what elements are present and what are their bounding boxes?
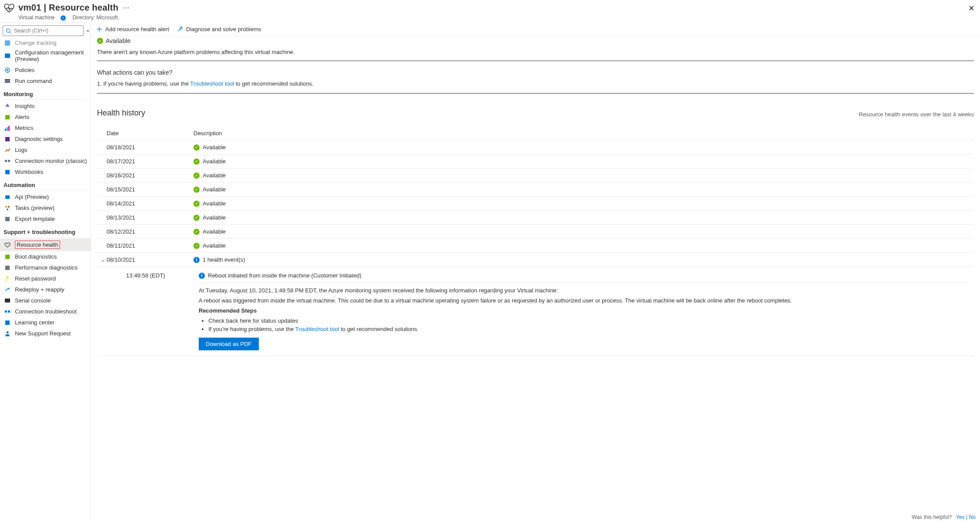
sidebar-item-label: Performance diagnostics	[15, 264, 78, 271]
sidebar-item-performance-diagnostics[interactable]: Performance diagnostics	[0, 262, 90, 273]
toolbar-label: Add resource health alert	[105, 26, 169, 32]
download-pdf-button[interactable]: Download as PDF	[199, 338, 259, 350]
sidebar-item-serial-console[interactable]: Serial console	[0, 295, 90, 306]
svg-rect-11	[8, 126, 10, 131]
sidebar-item-label: Tasks (preview)	[15, 205, 54, 211]
feedback-bar: Was this helpful? Yes | No	[912, 514, 976, 520]
table-row[interactable]: 08/13/2021 ✓Available	[97, 211, 974, 225]
sidebar-item-connection-monitor[interactable]: Connection monitor (classic)	[0, 155, 90, 166]
sidebar-item-label: Api (Preview)	[15, 194, 49, 200]
table-row[interactable]: 08/12/2021 ✓Available	[97, 225, 974, 239]
sidebar-item-learning-center[interactable]: Learning center	[0, 317, 90, 328]
sidebar-item-workbooks[interactable]: Workbooks	[0, 166, 90, 177]
content-scroll[interactable]: ✓ Available There aren't any known Azure…	[91, 36, 980, 522]
history-date: ⌄08/10/2021	[97, 253, 189, 267]
toolbar-label: Diagnose and solve problems	[186, 26, 261, 32]
search-icon	[6, 28, 11, 34]
sidebar-item-metrics[interactable]: Metrics	[0, 122, 90, 133]
feedback-question: Was this helpful?	[912, 514, 952, 520]
sidebar-item-label: Diagnostic settings	[15, 136, 63, 142]
svg-rect-2	[5, 40, 10, 46]
chevron-down-icon[interactable]: ⌄	[100, 256, 107, 263]
recommended-steps-heading: Recommended Steps	[199, 307, 257, 314]
resource-type-label: Virtual machine	[18, 14, 55, 21]
svg-point-19	[7, 209, 8, 210]
info-icon: i	[193, 257, 200, 263]
sidebar-item-logs[interactable]: Logs	[0, 144, 90, 155]
sidebar-item-new-support-request[interactable]: New Support Request	[0, 328, 90, 339]
sidebar-section-automation: Automation	[0, 177, 90, 190]
sidebar-item-reset-password[interactable]: Reset password	[0, 273, 90, 284]
sidebar-item-alerts[interactable]: Alerts	[0, 112, 90, 122]
sidebar-item-boot-diagnostics[interactable]: Boot diagnostics	[0, 251, 90, 262]
sidebar-item-api[interactable]: Api (Preview)	[0, 191, 90, 202]
add-resource-health-alert-button[interactable]: Add resource health alert	[96, 26, 169, 32]
sidebar-nav[interactable]: Change tracking Configuration management…	[0, 39, 90, 522]
search-box[interactable]	[3, 25, 84, 36]
sidebar-item-change-tracking[interactable]: Change tracking	[0, 39, 90, 47]
svg-rect-26	[8, 310, 10, 313]
history-date: 08/11/2021	[97, 239, 189, 253]
sidebar-item-export-template[interactable]: Export template	[0, 213, 90, 224]
more-actions-button[interactable]: ···	[123, 3, 129, 12]
feedback-no-link[interactable]: No	[969, 514, 976, 520]
table-row[interactable]: 08/14/2021 ✓Available	[97, 197, 974, 211]
history-status: Available	[203, 186, 226, 193]
table-row[interactable]: 08/18/2021 ✓Available	[97, 140, 974, 155]
sidebar-item-label: Serial console	[15, 297, 51, 304]
sidebar-item-label: Export template	[15, 216, 55, 222]
sidebar-item-diagnostic-settings[interactable]: Diagnostic settings	[0, 133, 90, 144]
history-range-label: Resource health events over the last 4 w…	[859, 111, 974, 118]
event-paragraph: At Tuesday, August 10, 2021, 1:49:58 PM …	[199, 287, 969, 294]
svg-rect-13	[5, 160, 7, 162]
table-row[interactable]: 08/15/2021 ✓Available	[97, 183, 974, 197]
sidebar-item-insights[interactable]: Insights	[0, 101, 90, 112]
sidebar-item-label: Redeploy + reapply	[15, 286, 64, 293]
history-status: Available	[203, 200, 226, 207]
sidebar-item-label: Learning center	[15, 319, 54, 326]
table-row-expanded[interactable]: ⌄08/10/2021 i1 health event(s)	[97, 253, 974, 267]
troubleshoot-tool-link[interactable]: Troubleshoot tool	[190, 80, 234, 87]
sidebar-item-label: Logs	[15, 147, 27, 153]
check-icon: ✓	[193, 158, 200, 165]
search-input[interactable]	[13, 27, 81, 34]
table-row[interactable]: 08/17/2021 ✓Available	[97, 155, 974, 169]
diagnose-and-solve-button[interactable]: Diagnose and solve problems	[177, 26, 261, 32]
history-date: 08/16/2021	[97, 169, 189, 183]
sidebar-item-redeploy[interactable]: Redeploy + reapply	[0, 284, 90, 295]
close-button[interactable]: ✕	[968, 4, 975, 13]
info-icon[interactable]: i	[61, 15, 66, 21]
event-detail-row: 13:49:58 (EDT) iReboot initiated from in…	[97, 267, 974, 356]
history-status: Available	[203, 144, 226, 151]
check-icon: ✓	[193, 201, 200, 207]
sidebar-item-tasks[interactable]: Tasks (preview)	[0, 202, 90, 213]
sidebar-item-configuration-management[interactable]: Configuration management (Preview)	[0, 47, 90, 65]
table-row[interactable]: 08/16/2021 ✓Available	[97, 169, 974, 183]
sidebar-item-run-command[interactable]: Run command	[0, 76, 90, 86]
feedback-yes-link[interactable]: Yes	[956, 514, 965, 520]
history-status: Available	[203, 242, 226, 249]
sidebar-item-label: Connection monitor (classic)	[15, 158, 87, 164]
svg-rect-22	[5, 266, 10, 270]
troubleshoot-tool-link[interactable]: Troubleshoot tool	[295, 326, 339, 332]
check-icon: ✓	[97, 38, 103, 44]
history-event-summary: 1 health event(s)	[203, 256, 245, 263]
table-row[interactable]: 08/11/2021 ✓Available	[97, 239, 974, 253]
sidebar-item-policies[interactable]: Policies	[0, 65, 90, 76]
svg-rect-8	[5, 115, 10, 119]
main-panel: Add resource health alert Diagnose and s…	[90, 22, 980, 522]
history-date: 08/18/2021	[97, 140, 189, 155]
sidebar-item-connection-troubleshoot[interactable]: Connection troubleshoot	[0, 306, 90, 317]
separator	[97, 61, 974, 61]
svg-rect-25	[5, 310, 7, 313]
collapse-sidebar-button[interactable]: «	[86, 28, 89, 34]
sidebar-item-resource-health[interactable]: Resource health	[0, 238, 90, 251]
col-description[interactable]: Description	[189, 126, 974, 140]
svg-point-18	[8, 206, 10, 208]
svg-line-1	[10, 32, 11, 33]
svg-rect-9	[5, 129, 6, 131]
sidebar-section-support: Support + troubleshooting	[0, 224, 90, 237]
col-date[interactable]: Date	[97, 126, 189, 140]
svg-rect-15	[5, 170, 10, 174]
history-status: Available	[203, 158, 226, 165]
